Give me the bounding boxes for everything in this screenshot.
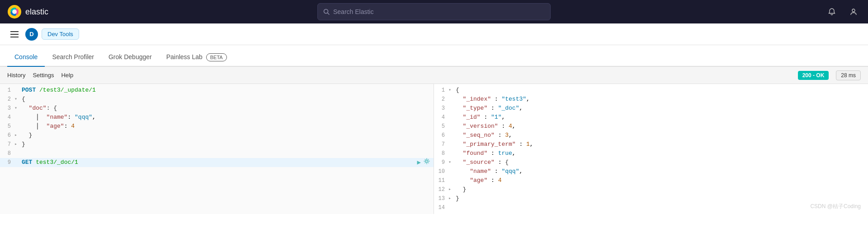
bell-icon <box>828 8 836 16</box>
search-icon <box>323 9 330 15</box>
search-bar-container: Search Elastic <box>317 3 551 20</box>
notifications-button[interactable] <box>825 5 839 19</box>
tab-search-profiler[interactable]: Search Profiler <box>45 48 101 67</box>
code-line-3: 3 ▾ "doc": { <box>0 104 434 113</box>
hamburger-icon <box>10 31 19 37</box>
svg-line-6 <box>328 13 330 15</box>
r-code-line-3: 3 "_type" : "_doc", <box>434 104 868 113</box>
code-line-1: 1 POST /test3/_update/1 <box>0 86 434 95</box>
tab-console[interactable]: Console <box>7 48 45 67</box>
user-icon <box>849 8 858 16</box>
code-line-4: 4 │ "name": "qqq", <box>0 113 434 122</box>
settings-button[interactable]: Settings <box>33 70 54 80</box>
editor-area: 1 POST /test3/_update/1 2 ▾ { 3 ▾ "doc":… <box>0 84 868 214</box>
avatar: D <box>25 28 38 41</box>
r-code-line-5: 5 "_version" : 4, <box>434 122 868 131</box>
right-editor[interactable]: 1 ▾ { 2 "_index" : "test3", 3 "_type" : … <box>434 84 868 214</box>
left-code-lines: 1 POST /test3/_update/1 2 ▾ { 3 ▾ "doc":… <box>0 84 434 214</box>
svg-point-4 <box>12 9 17 14</box>
help-button[interactable]: Help <box>61 70 73 80</box>
code-line-9: 9 GET test3/_doc/1 ▶ <box>0 158 434 167</box>
tabs-bar: Console Search Profiler Grok Debugger Pa… <box>0 45 868 67</box>
svg-point-7 <box>852 9 855 12</box>
search-placeholder: Search Elastic <box>333 8 373 15</box>
elastic-logo-icon <box>7 5 22 19</box>
r-code-line-8: 8 "found" : true, <box>434 149 868 158</box>
left-editor[interactable]: 1 POST /test3/_update/1 2 ▾ { 3 ▾ "doc":… <box>0 84 434 214</box>
code-line-7: 7 ▸ } <box>0 140 434 149</box>
r-code-line-6: 6 "_seq_no" : 3, <box>434 131 868 140</box>
history-button[interactable]: History <box>7 70 25 80</box>
r-code-line-9: 9 ▾ "_source" : { <box>434 158 868 167</box>
watermark: CSDN @桔子Coding <box>810 203 861 210</box>
settings-icon[interactable] <box>424 158 430 167</box>
r-code-line-11: 11 "age" : 4 <box>434 176 868 185</box>
code-line-6: 6 ▸ } <box>0 131 434 140</box>
r-code-line-12: 12 ▸ } <box>434 185 868 194</box>
breadcrumb-bar: D Dev Tools <box>0 23 868 45</box>
hamburger-button[interactable] <box>7 27 22 42</box>
code-line-8: 8 <box>0 149 434 158</box>
code-line-5: 5 │ "age": 4 <box>0 122 434 131</box>
r-code-line-10: 10 "name" : "qqq", <box>434 167 868 176</box>
search-bar[interactable]: Search Elastic <box>317 3 551 20</box>
r-code-line-7: 7 "_primary_term" : 1, <box>434 140 868 149</box>
nav-right <box>825 5 861 19</box>
right-code-lines: 1 ▾ { 2 "_index" : "test3", 3 "_type" : … <box>434 84 868 214</box>
elastic-logo[interactable]: elastic <box>7 5 48 19</box>
top-nav: elastic Search Elastic <box>0 0 868 23</box>
r-code-line-14: 14 <box>434 203 868 212</box>
run-button[interactable]: ▶ <box>417 158 421 167</box>
code-line-2: 2 ▾ { <box>0 95 434 104</box>
dev-tools-breadcrumb[interactable]: Dev Tools <box>42 28 79 40</box>
user-menu-button[interactable] <box>846 5 861 19</box>
elastic-logo-label: elastic <box>25 7 48 17</box>
response-time-badge: 28 ms <box>836 70 861 80</box>
status-badge: 200 - OK <box>798 71 829 80</box>
tab-grok-debugger[interactable]: Grok Debugger <box>101 48 159 67</box>
svg-point-11 <box>426 160 428 163</box>
toolbar: History Settings Help 200 - OK 28 ms <box>0 67 868 84</box>
tab-painless-lab[interactable]: Painless Lab BETA <box>159 48 234 67</box>
r-code-line-1: 1 ▾ { <box>434 86 868 95</box>
r-code-line-4: 4 "_id" : "1", <box>434 113 868 122</box>
r-code-line-13: 13 ▸ } <box>434 194 868 203</box>
r-code-line-2: 2 "_index" : "test3", <box>434 95 868 104</box>
beta-badge: BETA <box>206 53 227 61</box>
